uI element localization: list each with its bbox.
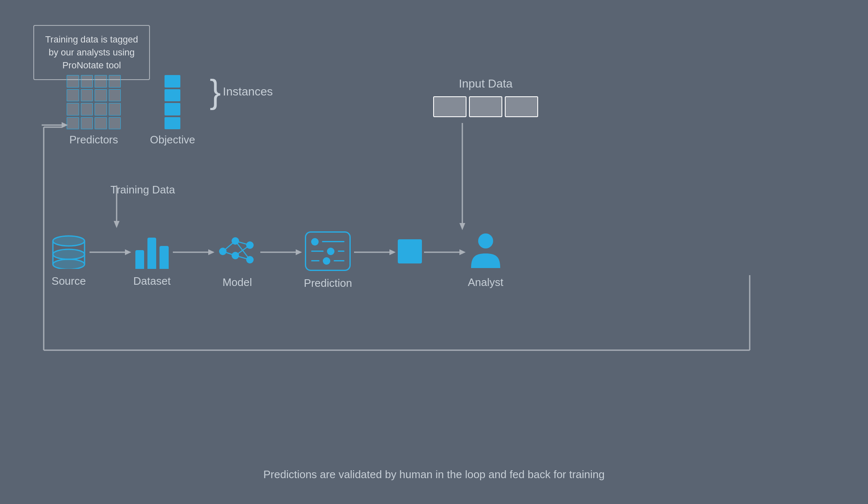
arrow-2 [171,246,217,258]
prediction-icon [305,231,351,271]
svg-marker-26 [296,249,302,255]
predictors-group: Predictors [67,75,121,146]
analyst-label: Analyst [468,276,503,289]
analyst-icon [469,233,502,270]
bar-2 [147,238,156,269]
dataset-icon [135,233,169,269]
model-label: Model [222,276,252,289]
bottom-caption: Predictions are validated by human in th… [0,468,868,481]
slider-row-1 [311,238,344,246]
note-text: Training data is tagged by our analysts … [45,34,138,70]
svg-point-20 [219,248,227,255]
input-data-grid [433,96,538,117]
svg-marker-35 [114,221,120,228]
model-item: Model [217,233,258,289]
svg-point-24 [246,256,254,263]
analyst-item: Analyst [468,233,503,289]
svg-point-21 [232,237,239,245]
training-data-label: Training Data [110,183,175,196]
input-cell-2 [469,96,502,117]
result-icon [398,239,422,263]
slider-row-3 [311,257,344,265]
slider-line-1 [322,241,344,242]
arrow-5 [422,246,468,258]
slider-line-3a [311,260,319,261]
input-cell-1 [433,96,466,117]
predictors-label: Predictors [69,133,118,146]
svg-point-9 [53,259,85,269]
dataset-item: Dataset [133,233,171,288]
prediction-item: Prediction [304,231,352,290]
instances-label: Instances [223,85,273,98]
arrow-3 [258,246,304,258]
input-data-label: Input Data [433,77,538,90]
svg-marker-11 [125,249,131,255]
objective-group: Objective [150,75,195,146]
flow-row: Source Dataset [50,231,504,290]
input-data-section: Input Data [433,77,538,117]
slider-dot-2 [327,248,334,255]
bar-1 [135,250,144,269]
bar-3 [160,246,168,269]
svg-point-31 [478,233,493,248]
svg-marker-30 [459,249,466,255]
svg-point-1 [53,236,85,246]
note-box: Training data is tagged by our analysts … [33,25,150,80]
slider-dot-3 [323,257,330,265]
model-icon [217,233,258,270]
svg-marker-37 [459,223,465,230]
instances-group: } Instances [212,75,273,108]
arrow-4 [352,246,398,258]
svg-point-23 [246,241,254,249]
input-cell-3 [505,96,538,117]
svg-marker-28 [389,249,396,255]
source-label: Source [52,275,86,288]
dataset-label: Dataset [133,275,171,288]
result-item: · [398,239,422,282]
result-label: · [409,269,412,282]
source-icon [50,233,87,269]
source-item: Source [50,233,87,288]
slider-line-2b [338,251,344,252]
top-section: Predictors Objective } Instances [67,75,273,146]
svg-marker-13 [208,249,215,255]
slider-line-3b [334,260,344,261]
predictors-icon [67,75,121,129]
prediction-label: Prediction [304,277,352,290]
svg-point-5 [53,249,85,259]
objective-label: Objective [150,133,195,146]
svg-point-22 [232,252,239,259]
main-diagram: Training data is tagged by our analysts … [0,0,868,504]
slider-dot-1 [311,238,319,246]
slider-row-2 [311,248,344,255]
arrow-1 [87,246,133,258]
objective-icon [165,75,180,129]
brace-icon: } [210,75,221,108]
slider-line-2a [311,251,324,252]
